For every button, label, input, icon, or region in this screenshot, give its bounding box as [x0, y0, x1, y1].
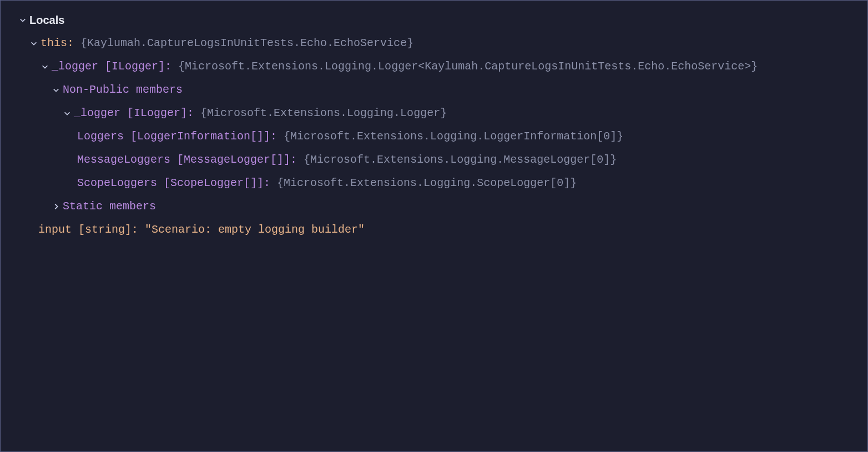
chevron-down-icon[interactable]: [60, 109, 74, 117]
variable-row[interactable]: input [string]: "Scenario: empty logging…: [5, 218, 863, 242]
variable-row[interactable]: _logger [ILogger]: {Microsoft.Extensions…: [5, 102, 863, 125]
variable-name: MessageLoggers [MessageLogger[]]:: [77, 151, 297, 169]
variable-name: this:: [41, 34, 74, 52]
variable-row[interactable]: _logger [ILogger]: {Microsoft.Extensions…: [5, 55, 863, 78]
chevron-down-icon[interactable]: [49, 86, 63, 94]
variable-value: {Microsoft.Extensions.Logging.LoggerInfo…: [284, 128, 623, 145]
variable-row[interactable]: ScopeLoggers [ScopeLogger[]]: {Microsoft…: [5, 172, 863, 195]
chevron-right-icon[interactable]: [49, 203, 63, 210]
chevron-down-icon[interactable]: [16, 16, 29, 24]
variable-value: {Microsoft.Extensions.Logging.Logger}: [200, 104, 447, 122]
variable-row[interactable]: this: {Kaylumah.CaptureLogsInUnitTests.E…: [5, 32, 863, 55]
variable-value: {Kaylumah.CaptureLogsInUnitTests.Echo.Ec…: [80, 34, 413, 52]
variable-row[interactable]: Loggers [LoggerInformation[]]: {Microsof…: [5, 125, 863, 148]
variable-name: Non-Public members: [63, 81, 183, 99]
variable-row[interactable]: Static members: [5, 195, 863, 218]
locals-panel: Locals this: {Kaylumah.CaptureLogsInUnit…: [0, 0, 868, 452]
panel-header-row[interactable]: Locals: [5, 8, 863, 32]
variable-row[interactable]: Non-Public members: [5, 78, 863, 102]
variable-name: ScopeLoggers [ScopeLogger[]]:: [77, 174, 270, 192]
variable-name: _logger [ILogger]:: [52, 58, 171, 76]
variable-value: {Microsoft.Extensions.Logging.MessageLog…: [304, 151, 617, 169]
chevron-down-icon[interactable]: [27, 39, 41, 47]
variable-value: {Microsoft.Extensions.Logging.ScopeLogge…: [277, 174, 577, 192]
variable-name: Loggers [LoggerInformation[]]:: [77, 128, 277, 145]
variable-name: Static members: [63, 198, 156, 215]
variable-name: input [string]:: [38, 221, 138, 239]
variable-value: {Microsoft.Extensions.Logging.Logger<Kay…: [178, 58, 758, 76]
variable-value: "Scenario: empty logging builder": [145, 221, 365, 239]
chevron-down-icon[interactable]: [38, 63, 52, 71]
variable-row[interactable]: MessageLoggers [MessageLogger[]]: {Micro…: [5, 148, 863, 172]
panel-title: Locals: [29, 11, 64, 29]
variable-name: _logger [ILogger]:: [74, 104, 194, 122]
